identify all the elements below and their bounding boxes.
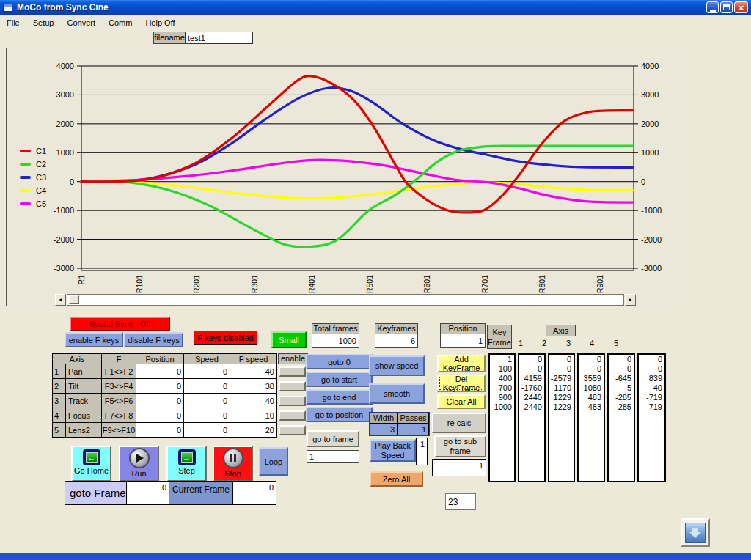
position-cell[interactable]: 0 xyxy=(136,408,184,423)
menu-item-help-off[interactable]: Help Off xyxy=(139,16,181,29)
list-value: 5 xyxy=(609,383,634,393)
go-to-start-button[interactable]: go to start xyxy=(306,372,373,387)
current-frame-value: 0 xyxy=(232,481,276,505)
run-button[interactable]: Run xyxy=(119,446,159,482)
axis-2-value-list[interactable]: 00-2579117012291229 xyxy=(548,353,575,482)
loop-button[interactable]: Loop xyxy=(259,447,288,476)
position-cell[interactable]: 0 xyxy=(136,423,184,438)
position-value: 1 xyxy=(440,334,486,348)
frame-number-input[interactable] xyxy=(307,450,359,463)
f-speed-cell[interactable]: 10 xyxy=(230,408,277,423)
scroll-left-button[interactable]: ◄ xyxy=(55,294,66,306)
speed-cell[interactable]: 0 xyxy=(184,408,230,423)
y-label-left-0: 0 xyxy=(70,177,74,186)
list-value: -719 xyxy=(639,393,664,402)
axis-1-value-list[interactable]: 004159-176024402440 xyxy=(518,353,546,482)
step-label: Step xyxy=(178,466,195,475)
step-button[interactable]: → Step xyxy=(166,446,207,482)
clear-all-button[interactable]: Clear All xyxy=(437,394,486,409)
y-label-left--3000: -3000 xyxy=(54,264,74,273)
sub-frame-value[interactable]: 1 xyxy=(432,459,486,476)
keyframe-list[interactable]: 11004007009001000 xyxy=(488,353,516,482)
y-label-left--2000: -2000 xyxy=(54,235,74,244)
small-button[interactable]: Small xyxy=(271,331,307,348)
f-keys-pair: F7<>F8 xyxy=(102,408,136,423)
disable-f-keys-button[interactable]: disable F keys xyxy=(124,332,183,347)
play-back-speed-button[interactable]: Play Back Speed xyxy=(370,439,416,462)
maximize-button[interactable] xyxy=(720,1,733,13)
y-label-right--3000: -3000 xyxy=(641,264,662,273)
go-to-end-button[interactable]: go to end xyxy=(306,389,373,405)
stop-label: Stop xyxy=(224,469,241,478)
f-speed-cell[interactable]: 20 xyxy=(230,423,277,438)
enable-button-3[interactable] xyxy=(279,396,306,406)
keyframes-value: 6 xyxy=(375,334,418,348)
f-keys-pair: F9<>F10 xyxy=(102,423,136,438)
play-back-speed-value[interactable]: 1 xyxy=(416,438,428,465)
f-keys-pair: F5<>F6 xyxy=(102,394,136,408)
enable-button-5[interactable] xyxy=(279,425,306,435)
scroll-right-button[interactable]: ► xyxy=(625,294,636,306)
menu-item-file[interactable]: File xyxy=(0,16,26,29)
down-arrow-icon xyxy=(685,523,706,543)
zero-all-button[interactable]: Zero All xyxy=(370,471,423,487)
axis-row-focus: 4FocusF7<>F80010 xyxy=(53,408,277,423)
position-cell[interactable]: 0 xyxy=(136,379,184,394)
enable-button-1[interactable] xyxy=(279,366,306,377)
speed-cell[interactable]: 0 xyxy=(184,364,230,379)
x-label-R1: R1 xyxy=(77,275,86,285)
enable-button-2[interactable] xyxy=(279,381,306,391)
passes-header: Passes xyxy=(398,413,429,424)
menu-item-comm[interactable]: Comm xyxy=(102,16,139,29)
f-speed-cell[interactable]: 40 xyxy=(230,394,277,408)
stop-button[interactable]: Stop xyxy=(213,446,253,482)
aux-number-input[interactable] xyxy=(445,493,476,510)
show-speed-button[interactable]: show speed xyxy=(369,355,425,376)
row-number: 4 xyxy=(53,408,66,423)
go-to-position-button[interactable]: go to position xyxy=(306,407,373,422)
enable-button-4[interactable] xyxy=(279,410,306,421)
enable-f-keys-button[interactable]: enable F keys xyxy=(65,332,123,347)
close-button[interactable]: × xyxy=(734,1,748,13)
re-calc-button[interactable]: re calc xyxy=(432,413,486,433)
axis-3-value-list[interactable]: 0035591080483483 xyxy=(577,353,605,482)
scroll-right-icon: ► xyxy=(628,297,633,302)
axis-column-number-5: 5 xyxy=(609,339,623,348)
speed-cell[interactable]: 0 xyxy=(184,379,230,394)
goto-frame-value[interactable]: 0 xyxy=(126,481,169,505)
smooth-button[interactable]: smooth xyxy=(369,383,425,404)
axis-5-value-list[interactable]: 0083940-719-719 xyxy=(637,353,666,482)
filename-input[interactable] xyxy=(185,32,253,44)
del-keyframe-button[interactable]: Del KeyFrame xyxy=(437,375,486,392)
passes-value[interactable]: 1 xyxy=(398,424,429,435)
sound-sync-button[interactable]: Sound Sync - Off xyxy=(70,317,170,331)
speed-cell[interactable]: 0 xyxy=(184,394,230,408)
list-value: 4159 xyxy=(519,374,544,383)
chart-scrollbar[interactable] xyxy=(67,294,624,306)
menu-item-convert[interactable]: Convert xyxy=(60,16,102,29)
f-speed-cell[interactable]: 30 xyxy=(230,379,277,394)
position-cell[interactable]: 0 xyxy=(136,394,184,408)
list-value: 1 xyxy=(490,355,514,364)
go-to-sub-frame-button[interactable]: go to sub frame xyxy=(434,435,486,457)
row-number: 3 xyxy=(53,394,66,408)
y-label-left-3000: 3000 xyxy=(56,90,74,99)
goto-frame-label[interactable]: goto Frame xyxy=(65,481,127,505)
goto-0-button[interactable]: goto 0 xyxy=(306,354,373,369)
axis-4-value-list[interactable]: 00-6455-285-285 xyxy=(607,353,635,482)
position-cell[interactable]: 0 xyxy=(136,364,184,379)
f-speed-cell[interactable]: 40 xyxy=(230,364,277,379)
width-value[interactable]: 3 xyxy=(370,424,398,435)
menu-item-setup[interactable]: Setup xyxy=(26,16,61,29)
scroll-left-icon: ◄ xyxy=(58,297,63,302)
minimize-button[interactable] xyxy=(706,1,719,13)
add-keyframe-button[interactable]: Add KeyFrame xyxy=(437,355,486,372)
go-to-frame-button[interactable]: go to frame xyxy=(307,430,359,447)
y-label-right-3000: 3000 xyxy=(641,90,659,99)
list-value: 0 xyxy=(519,364,544,374)
scrollbar-thumb[interactable] xyxy=(69,295,79,304)
page-down-button[interactable] xyxy=(681,518,710,547)
go-home-button[interactable]: ← Go Home xyxy=(71,446,111,482)
legend-item-c3: C3 xyxy=(20,171,46,184)
speed-cell[interactable]: 0 xyxy=(184,423,230,438)
